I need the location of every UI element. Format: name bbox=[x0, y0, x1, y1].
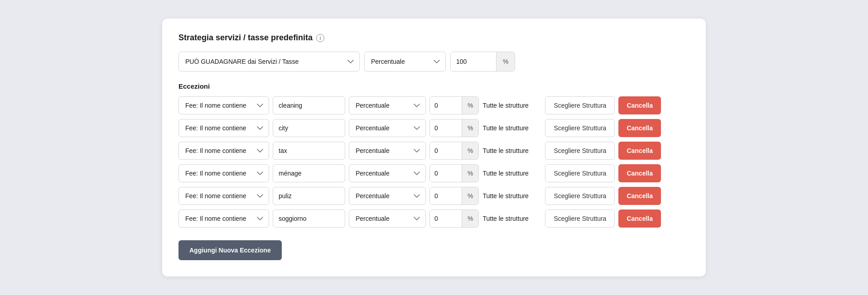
exception-structure-1: Tutte le strutture bbox=[482, 124, 541, 132]
exception-value-input-1[interactable] bbox=[430, 119, 462, 137]
exception-text-input-3[interactable] bbox=[273, 164, 345, 182]
exception-row: Fee: Il nome contiene Percentuale % Tutt… bbox=[178, 142, 690, 160]
exception-structure-3: Tutte le strutture bbox=[482, 170, 541, 177]
exception-value-group-2: % bbox=[429, 142, 479, 160]
exception-value-input-2[interactable] bbox=[430, 142, 462, 159]
exception-value-group-4: % bbox=[429, 187, 479, 205]
exception-fee-select-0[interactable]: Fee: Il nome contiene bbox=[178, 96, 269, 114]
exception-value-group-5: % bbox=[429, 209, 479, 228]
exception-structure-4: Tutte le strutture bbox=[482, 192, 541, 200]
exception-type-select-0[interactable]: Percentuale bbox=[349, 96, 426, 114]
card-title: Strategia servizi / tasse predefinita i bbox=[178, 33, 690, 43]
exception-suffix-3: % bbox=[462, 165, 478, 182]
exception-cancel-button-4[interactable]: Cancella bbox=[618, 187, 661, 205]
exception-value-input-4[interactable] bbox=[430, 187, 462, 205]
main-card: Strategia servizi / tasse predefinita i … bbox=[162, 19, 706, 276]
exception-cancel-button-5[interactable]: Cancella bbox=[618, 209, 661, 228]
exception-fee-select-5[interactable]: Fee: Il nome contiene bbox=[178, 209, 269, 228]
exception-cancel-button-1[interactable]: Cancella bbox=[618, 119, 661, 137]
add-exception-button[interactable]: Aggiungi Nuova Eccezione bbox=[178, 240, 282, 260]
exception-text-input-0[interactable] bbox=[273, 96, 345, 114]
exception-choose-button-1[interactable]: Scegliere Struttura bbox=[545, 119, 615, 137]
strategy-value-input[interactable] bbox=[451, 52, 496, 71]
strategy-main-select[interactable]: PUÒ GUADAGNARE dai Servizi / Tasse bbox=[178, 52, 360, 71]
exception-value-input-0[interactable] bbox=[430, 97, 462, 114]
exceptions-list: Fee: Il nome contiene Percentuale % Tutt… bbox=[178, 96, 690, 228]
exception-text-input-4[interactable] bbox=[273, 187, 345, 205]
exception-type-select-3[interactable]: Percentuale bbox=[349, 164, 426, 182]
exception-choose-button-0[interactable]: Scegliere Struttura bbox=[545, 96, 615, 114]
exception-row: Fee: Il nome contiene Percentuale % Tutt… bbox=[178, 119, 690, 137]
exception-structure-2: Tutte le strutture bbox=[482, 147, 541, 154]
exception-text-input-1[interactable] bbox=[273, 119, 345, 137]
exceptions-label: Eccezioni bbox=[178, 82, 690, 90]
exception-row: Fee: Il nome contiene Percentuale % Tutt… bbox=[178, 187, 690, 205]
exception-cancel-button-2[interactable]: Cancella bbox=[618, 142, 661, 160]
exception-row: Fee: Il nome contiene Percentuale % Tutt… bbox=[178, 96, 690, 114]
exception-type-select-2[interactable]: Percentuale bbox=[349, 142, 426, 160]
exception-fee-select-2[interactable]: Fee: Il nome contiene bbox=[178, 142, 269, 160]
exception-value-group-0: % bbox=[429, 96, 479, 114]
card-title-text: Strategia servizi / tasse predefinita bbox=[178, 33, 313, 43]
info-icon[interactable]: i bbox=[316, 34, 324, 42]
exception-value-group-1: % bbox=[429, 119, 479, 137]
strategy-suffix: % bbox=[496, 52, 515, 71]
exception-fee-select-4[interactable]: Fee: Il nome contiene bbox=[178, 187, 269, 205]
exception-structure-5: Tutte le strutture bbox=[482, 215, 541, 222]
exception-structure-0: Tutte le strutture bbox=[482, 102, 541, 109]
exception-suffix-1: % bbox=[462, 119, 478, 137]
strategy-type-select[interactable]: Percentuale bbox=[364, 52, 446, 71]
exception-suffix-4: % bbox=[462, 187, 478, 205]
exception-value-input-5[interactable] bbox=[430, 210, 462, 227]
strategy-row: PUÒ GUADAGNARE dai Servizi / Tasse Perce… bbox=[178, 52, 690, 71]
exception-value-input-3[interactable] bbox=[430, 165, 462, 182]
exception-text-input-2[interactable] bbox=[273, 142, 345, 160]
exception-suffix-5: % bbox=[462, 210, 478, 227]
exception-row: Fee: Il nome contiene Percentuale % Tutt… bbox=[178, 164, 690, 182]
exception-type-select-1[interactable]: Percentuale bbox=[349, 119, 426, 137]
exception-value-group-3: % bbox=[429, 164, 479, 182]
exception-type-select-4[interactable]: Percentuale bbox=[349, 187, 426, 205]
exception-choose-button-5[interactable]: Scegliere Struttura bbox=[545, 209, 615, 228]
exception-choose-button-3[interactable]: Scegliere Struttura bbox=[545, 164, 615, 182]
exception-choose-button-4[interactable]: Scegliere Struttura bbox=[545, 187, 615, 205]
strategy-value-group: % bbox=[450, 52, 515, 71]
exception-row: Fee: Il nome contiene Percentuale % Tutt… bbox=[178, 209, 690, 228]
exception-fee-select-3[interactable]: Fee: Il nome contiene bbox=[178, 164, 269, 182]
exception-suffix-2: % bbox=[462, 142, 478, 159]
exception-fee-select-1[interactable]: Fee: Il nome contiene bbox=[178, 119, 269, 137]
exception-cancel-button-3[interactable]: Cancella bbox=[618, 164, 661, 182]
exception-text-input-5[interactable] bbox=[273, 209, 345, 228]
exception-cancel-button-0[interactable]: Cancella bbox=[618, 96, 661, 114]
exception-choose-button-2[interactable]: Scegliere Struttura bbox=[545, 142, 615, 160]
exception-suffix-0: % bbox=[462, 97, 478, 114]
exception-type-select-5[interactable]: Percentuale bbox=[349, 209, 426, 228]
